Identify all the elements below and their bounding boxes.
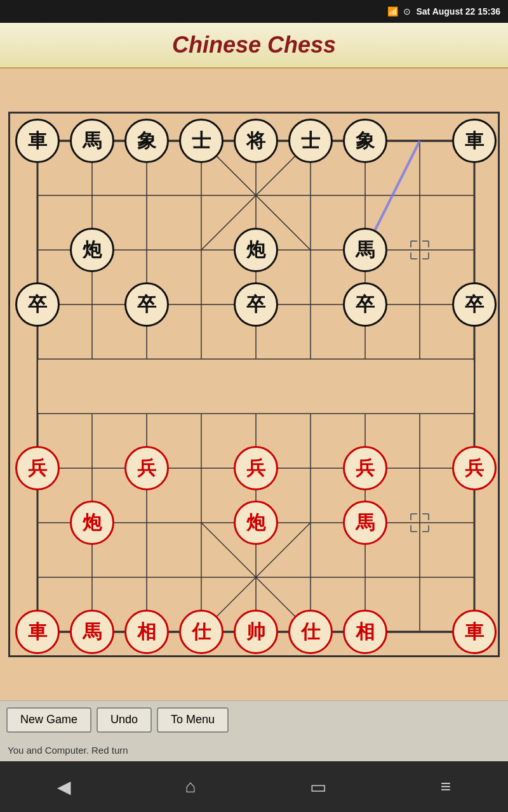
piece-b-knight-r[interactable]: 馬 [343, 228, 387, 272]
piece-b-bishop-l[interactable]: 象 [124, 119, 169, 163]
piece-r-cannon-l[interactable]: 炮 [70, 501, 114, 545]
title-bar: Chinese Chess [0, 23, 508, 69]
nav-bar: ◀ ⌂ ▭ ≡ [0, 761, 508, 812]
board-container: 車馬象士将士象車炮炮馬卒卒卒卒卒兵兵兵兵兵炮炮馬車馬相仕帅仕相車 [0, 69, 508, 700]
piece-r-bishop-l[interactable]: 相 [124, 610, 169, 654]
piece-b-king[interactable]: 将 [234, 119, 278, 163]
piece-b-pawn-0[interactable]: 卒 [15, 282, 60, 327]
game-status-text: You and Computer. Red turn [8, 745, 128, 756]
piece-r-knight-l[interactable]: 馬 [70, 610, 114, 654]
piece-b-guard-r[interactable]: 士 [288, 119, 333, 163]
to-menu-button[interactable]: To Menu [157, 707, 229, 733]
wifi-icon: 📶 [387, 6, 398, 16]
piece-r-pawn-0[interactable]: 兵 [15, 446, 60, 490]
home-icon[interactable]: ⌂ [185, 776, 196, 797]
status-time: Sat August 22 15:36 [416, 6, 500, 16]
piece-b-bishop-r[interactable]: 象 [343, 119, 387, 163]
piece-r-bishop-r[interactable]: 相 [343, 610, 387, 654]
status-text-area: You and Computer. Red turn [0, 738, 508, 761]
piece-b-pawn-8[interactable]: 卒 [452, 282, 497, 327]
new-game-button[interactable]: New Game [6, 707, 91, 733]
back-icon[interactable]: ◀ [57, 776, 71, 797]
piece-r-rook-l[interactable]: 車 [15, 610, 60, 654]
piece-r-cannon-m[interactable]: 炮 [234, 501, 278, 545]
status-bar: 📶 ⊙ Sat August 22 15:36 [0, 0, 508, 23]
piece-b-rook-r[interactable]: 車 [452, 119, 497, 163]
piece-b-pawn-2[interactable]: 卒 [124, 282, 169, 327]
app-title: Chinese Chess [172, 32, 336, 58]
piece-r-guard-l[interactable]: 仕 [179, 610, 224, 654]
piece-r-rook-r[interactable]: 車 [452, 610, 497, 654]
piece-b-rook-l[interactable]: 車 [15, 119, 60, 163]
piece-b-guard-l[interactable]: 士 [179, 119, 224, 163]
recents-icon[interactable]: ▭ [310, 776, 326, 797]
piece-r-pawn-8[interactable]: 兵 [452, 446, 497, 490]
piece-b-pawn-6[interactable]: 卒 [343, 282, 387, 327]
chess-board[interactable]: 車馬象士将士象車炮炮馬卒卒卒卒卒兵兵兵兵兵炮炮馬車馬相仕帅仕相車 [8, 112, 500, 657]
piece-b-pawn-4[interactable]: 卒 [234, 282, 278, 327]
piece-r-knight-r[interactable]: 馬 [343, 501, 387, 545]
undo-button[interactable]: Undo [97, 707, 152, 733]
svg-rect-25 [38, 360, 474, 412]
menu-icon[interactable]: ≡ [441, 776, 451, 797]
piece-b-knight-l[interactable]: 馬 [70, 119, 114, 163]
piece-b-cannon-l[interactable]: 炮 [70, 228, 114, 272]
piece-r-pawn-4[interactable]: 兵 [234, 446, 278, 490]
piece-r-pawn-6[interactable]: 兵 [343, 446, 387, 490]
piece-r-guard-r[interactable]: 仕 [288, 610, 333, 654]
piece-r-king[interactable]: 帅 [234, 610, 278, 654]
battery-icon: ⊙ [403, 6, 411, 16]
piece-r-pawn-2[interactable]: 兵 [124, 446, 169, 490]
piece-b-cannon-m[interactable]: 炮 [234, 228, 278, 272]
button-area: New Game Undo To Menu [0, 700, 508, 738]
board-svg [10, 114, 502, 659]
